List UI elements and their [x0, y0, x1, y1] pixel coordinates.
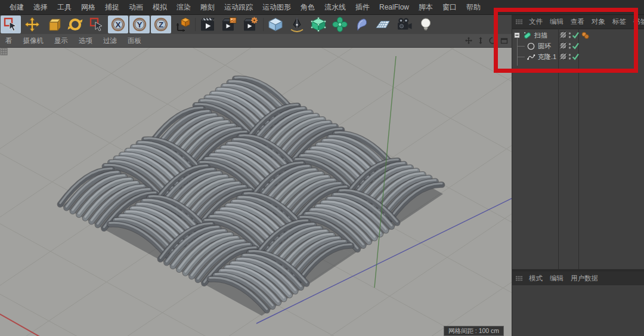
visibility-dots-icon[interactable]: [568, 32, 571, 39]
menubar-item-9[interactable]: 运动跟踪: [219, 0, 258, 15]
grid-spacing-label: 网格间距 : 100 cm: [448, 327, 499, 335]
viewport-menu-item-4[interactable]: 过滤: [98, 34, 122, 48]
menubar-item-16[interactable]: 窗口: [438, 0, 462, 15]
viewport-menu-item-5[interactable]: 面板: [122, 34, 147, 48]
tool-light-button[interactable]: [416, 16, 436, 33]
tree-connector: [518, 57, 525, 57]
object-manager-menu-item-5[interactable]: 书签: [630, 15, 644, 29]
menubar-item-4[interactable]: 捕捉: [100, 0, 124, 15]
object-label: 圆环: [538, 42, 551, 51]
main-toolbar: XYZ: [0, 15, 512, 34]
object-row-克隆.1[interactable]: 克隆.1: [512, 51, 644, 62]
viewport-orbit-button[interactable]: [487, 35, 497, 45]
menubar-item-13[interactable]: 插件: [351, 0, 374, 15]
viewport-dolly-button[interactable]: [475, 35, 485, 45]
viewport-pan-button[interactable]: [463, 35, 473, 45]
tool-spline-pen-button[interactable]: [287, 16, 307, 33]
tool-coordinate-system-button[interactable]: [172, 16, 193, 33]
layer-color-toggle[interactable]: [560, 53, 566, 60]
live-selection-icon: [3, 17, 18, 32]
attribute-manager-body: [512, 285, 644, 336]
visibility-dots-icon[interactable]: [568, 42, 571, 50]
object-row-扫描[interactable]: 扫描: [512, 30, 644, 41]
expand-toggle-icon[interactable]: [514, 32, 520, 38]
panel-grip-icon[interactable]: [515, 18, 523, 26]
tool-render-view-button[interactable]: [197, 16, 218, 33]
viewport-menu-item-2[interactable]: 显示: [49, 34, 73, 48]
column-separator: [558, 29, 559, 269]
render-picture-viewer-icon: [221, 17, 237, 32]
tool-camera-button[interactable]: [394, 16, 414, 33]
menubar-item-15[interactable]: 脚本: [414, 0, 438, 15]
tool-axis-y-button[interactable]: Y: [129, 16, 150, 33]
menubar-item-11[interactable]: 角色: [296, 0, 320, 15]
scale-icon: [46, 17, 61, 32]
tool-move-button[interactable]: [22, 16, 42, 33]
attribute-manager-menu-item-0[interactable]: 模式: [525, 272, 546, 285]
spline-icon: [527, 53, 535, 61]
viewport-menu-item-1[interactable]: 摄像机: [18, 34, 49, 48]
object-manager-body[interactable]: 扫描圆环克隆.1: [512, 29, 644, 269]
viewport-menu-item-3[interactable]: 选项: [73, 34, 98, 48]
menubar-item-6[interactable]: 模拟: [148, 0, 172, 15]
menubar-item-3[interactable]: 网格: [76, 0, 100, 15]
tool-live-selection-button[interactable]: [1, 16, 21, 33]
menubar-item-8[interactable]: 雕刻: [196, 0, 219, 15]
menubar-item-2[interactable]: 工具: [52, 0, 76, 15]
menubar-item-5[interactable]: 动画: [124, 0, 148, 15]
tool-subdivision-surface-button[interactable]: [308, 16, 329, 33]
menubar-item-0[interactable]: 创建: [5, 0, 29, 15]
box-select-icon: [89, 17, 104, 32]
enabled-check-icon[interactable]: [572, 53, 579, 60]
menubar-item-14[interactable]: RealFlow: [374, 0, 414, 15]
object-manager-menu-item-2[interactable]: 查看: [567, 15, 588, 29]
attribute-manager-menu-item-2[interactable]: 用户数据: [567, 272, 602, 285]
maximize-icon: [500, 36, 509, 45]
tool-spline-object-button[interactable]: [351, 16, 371, 33]
svg-text:Z: Z: [159, 20, 163, 29]
svg-text:X: X: [115, 20, 120, 29]
enabled-check-icon[interactable]: [572, 42, 579, 50]
enabled-check-icon[interactable]: [572, 32, 579, 39]
object-manager-menu-item-4[interactable]: 标签: [609, 15, 630, 29]
tool-scale-button[interactable]: [44, 16, 64, 33]
tool-axis-x-button[interactable]: X: [108, 16, 128, 33]
orbit-icon: [488, 36, 497, 45]
tool-primitive-cube-button[interactable]: [265, 16, 286, 33]
menubar-item-17[interactable]: 帮助: [462, 0, 485, 15]
attribute-manager-menubar: 模式编辑用户数据: [512, 272, 644, 286]
tool-render-settings-button[interactable]: [240, 16, 261, 33]
tool-axis-z-button[interactable]: Z: [151, 16, 171, 33]
object-row-圆环[interactable]: 圆环: [512, 41, 644, 51]
menubar-item-7[interactable]: 渲染: [172, 0, 196, 15]
pan-icon: [465, 36, 473, 45]
attribute-manager-menu-item-1[interactable]: 编辑: [546, 272, 567, 285]
axis-y-icon: Y: [132, 17, 147, 32]
3d-scene: [0, 48, 512, 336]
object-manager-menu-item-1[interactable]: 编辑: [546, 15, 567, 29]
column-separator: [578, 29, 579, 269]
panel-grip-icon[interactable]: [515, 275, 523, 282]
tool-render-picture-viewer-button[interactable]: [219, 16, 239, 33]
viewport-corner-icon[interactable]: [0, 48, 8, 56]
tool-floor-button[interactable]: [373, 16, 393, 33]
menubar-item-10[interactable]: 运动图形: [258, 0, 296, 15]
viewport-canvas[interactable]: 网格间距 : 100 cm: [0, 48, 512, 336]
object-label: 克隆.1: [538, 53, 556, 61]
tool-deformer-button[interactable]: [330, 16, 350, 33]
viewport-panel: 看摄像机显示选项过滤面板 网格间距 : 100 cm: [0, 34, 512, 336]
object-manager-menu-item-0[interactable]: 文件: [525, 15, 546, 29]
phong-tag-icon[interactable]: [581, 32, 589, 39]
rotate-icon: [67, 17, 83, 32]
menubar-item-1[interactable]: 选择: [29, 0, 52, 15]
tool-rotate-button[interactable]: [65, 16, 85, 33]
menubar-item-12[interactable]: 流水线: [320, 0, 351, 15]
viewport-menu-item-0[interactable]: 看: [0, 34, 18, 48]
move-icon: [24, 17, 40, 32]
viewport-maximize-button[interactable]: [499, 35, 509, 45]
layer-color-toggle[interactable]: [560, 32, 566, 38]
tool-box-select-button[interactable]: [86, 16, 107, 33]
object-manager-menu-item-3[interactable]: 对象: [588, 15, 609, 29]
layer-color-toggle[interactable]: [560, 42, 566, 49]
visibility-dots-icon[interactable]: [568, 53, 571, 60]
